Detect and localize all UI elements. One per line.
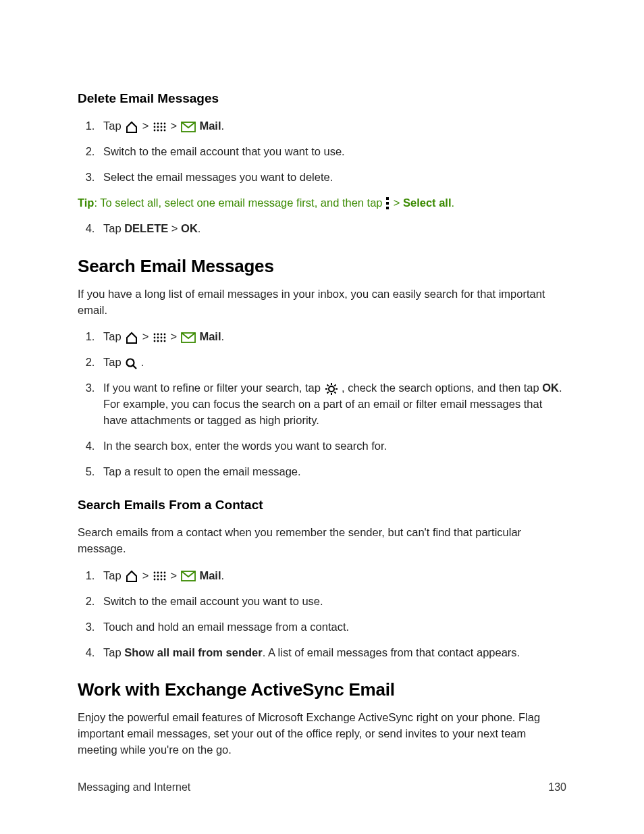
- dot: .: [452, 197, 455, 209]
- apps-grid-icon: [152, 122, 167, 132]
- list-item: Switch to the email account that you wan…: [98, 144, 566, 160]
- step-text: Tap: [103, 646, 124, 658]
- list-item: Tap > > Mail.: [98, 118, 566, 134]
- ok-label: OK: [542, 382, 559, 394]
- tip-text: : To select all, select one email messag…: [94, 197, 385, 209]
- list-item: Tap > > Mail.: [98, 329, 566, 345]
- home-icon: [124, 569, 139, 583]
- heading-search-contact: Search Emails From a Contact: [78, 498, 566, 513]
- dot: .: [138, 356, 144, 368]
- separator: >: [139, 569, 152, 581]
- step-text: . A list of email messages from that con…: [263, 646, 520, 658]
- list-item: Tap .: [98, 355, 566, 371]
- step-text: Tap: [103, 120, 124, 132]
- step-text: Tap: [103, 330, 124, 342]
- mail-label: Mail: [199, 569, 221, 581]
- apps-grid-icon: [152, 332, 167, 343]
- ok-label: OK: [181, 222, 198, 234]
- list-item: Tap > > Mail.: [98, 568, 566, 584]
- list-item: Tap a result to open the email message.: [98, 464, 566, 480]
- dot: .: [221, 569, 225, 581]
- dot: .: [221, 120, 225, 132]
- footer-section: Messaging and Internet: [78, 781, 190, 793]
- mail-icon: [180, 120, 196, 134]
- page-footer: Messaging and Internet 130: [78, 781, 566, 793]
- settings-icon: [324, 382, 339, 396]
- select-all-label: Select all: [403, 197, 452, 209]
- dot: .: [198, 222, 201, 234]
- footer-page-number: 130: [548, 781, 566, 793]
- heading-activesync: Work with Exchange ActiveSync Email: [78, 679, 566, 700]
- list-item: Select the email messages you want to de…: [98, 170, 566, 186]
- step-text: Tap: [103, 356, 124, 368]
- search-intro: If you have a long list of email message…: [78, 286, 566, 319]
- step-text: Tap: [103, 222, 124, 234]
- tip-label: Tip: [78, 197, 94, 209]
- separator: >: [168, 222, 181, 234]
- show-all-label: Show all mail from sender: [124, 646, 262, 658]
- step-text: , check the search options, and then tap: [339, 382, 543, 394]
- list-item: If you want to refine or filter your sea…: [98, 380, 566, 429]
- delete-label: DELETE: [124, 222, 168, 234]
- list-item: Tap DELETE > OK.: [98, 221, 566, 237]
- separator: >: [167, 120, 180, 132]
- heading-delete-email: Delete Email Messages: [78, 91, 566, 106]
- dot: .: [221, 330, 225, 342]
- home-icon: [124, 331, 139, 344]
- step-text: If you want to refine or filter your sea…: [103, 382, 324, 394]
- search-steps-list: Tap > > Mail. Tap . If you want to refin…: [78, 329, 566, 479]
- separator: >: [167, 569, 180, 581]
- mail-label: Mail: [199, 330, 221, 342]
- mail-icon: [180, 331, 196, 344]
- list-item: Switch to the email account you want to …: [98, 594, 566, 610]
- separator: >: [167, 330, 180, 342]
- separator: >: [390, 197, 403, 209]
- list-item: In the search box, enter the words you w…: [98, 438, 566, 454]
- list-item: Tap Show all mail from sender. A list of…: [98, 645, 566, 661]
- contact-steps-list: Tap > > Mail. Switch to the email accoun…: [78, 568, 566, 661]
- heading-search-email: Search Email Messages: [78, 256, 566, 277]
- tip-line: Tip: To select all, select one email mes…: [78, 195, 566, 211]
- separator: >: [139, 330, 152, 342]
- activesync-intro: Enjoy the powerful email features of Mic…: [78, 710, 566, 758]
- delete-steps-list-cont: Tap DELETE > OK.: [78, 221, 566, 237]
- delete-steps-list: Tap > > Mail. Switch to the email accoun…: [78, 118, 566, 186]
- search-icon: [124, 357, 138, 369]
- mail-icon: [180, 569, 196, 583]
- mail-label: Mail: [199, 120, 221, 132]
- contact-intro: Search emails from a contact when you re…: [78, 525, 566, 557]
- home-icon: [124, 120, 139, 134]
- list-item: Touch and hold an email message from a c…: [98, 619, 566, 635]
- apps-grid-icon: [152, 571, 167, 581]
- step-text: Tap: [103, 569, 124, 581]
- separator: >: [139, 120, 152, 132]
